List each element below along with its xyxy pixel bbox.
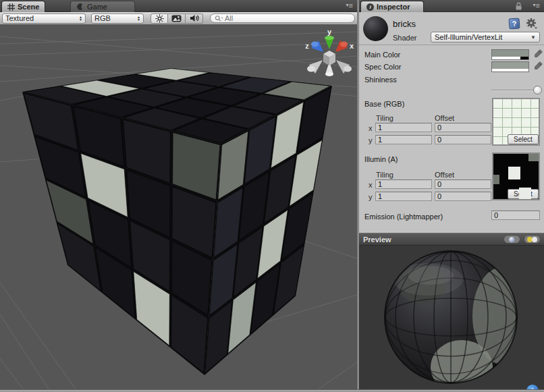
svg-text:x: x <box>350 42 354 50</box>
sphere-icon <box>509 237 515 243</box>
tab-game[interactable]: Game <box>70 1 135 12</box>
emission-label: Emission (Lightmapper) <box>364 213 443 221</box>
shininess-label: Shininess <box>364 76 397 84</box>
illumin-offset-x-input[interactable] <box>435 179 491 189</box>
illumin-offset-label: Offset <box>435 171 454 179</box>
unity-editor-window: Scene Game ▾≡ Textured ▲▼ RGB ▲▼ <box>0 0 544 392</box>
illumin-x-label: x <box>369 181 373 189</box>
help-icon[interactable]: ? <box>508 18 520 29</box>
popup-arrows-icon: ▲▼ <box>137 16 140 21</box>
shader-label: Shader <box>393 34 416 42</box>
preview-header[interactable]: Preview <box>359 233 544 246</box>
base-texture-thumbnail[interactable]: Select <box>492 98 540 146</box>
base-offset-label: Offset <box>435 114 454 122</box>
separator <box>359 45 544 45</box>
spec-color-alpha-bar <box>492 69 528 72</box>
preview-area[interactable]: + <box>359 246 544 392</box>
shininess-slider-track[interactable] <box>491 90 540 91</box>
main-color-label: Main Color <box>364 51 400 59</box>
preview-sphere <box>359 246 544 392</box>
search-field[interactable] <box>210 13 355 23</box>
scene-tabbar: Scene Game ▾≡ <box>0 0 357 12</box>
base-offset-y-input[interactable] <box>435 135 491 144</box>
main-color-alpha-bar <box>492 57 528 59</box>
lock-icon[interactable] <box>515 2 522 10</box>
gear-icon[interactable] <box>526 18 538 30</box>
base-y-label: y <box>369 136 373 144</box>
window-bottom-edge <box>0 389 544 392</box>
base-select-button[interactable]: Select <box>508 134 539 144</box>
material-preview-thumb <box>363 16 388 41</box>
info-icon: i <box>366 3 374 11</box>
search-input[interactable] <box>225 14 350 22</box>
view-toggle-group <box>151 13 203 24</box>
inspector-panel: i Inspector ▾≡ bricks Shader Self-Illumi… <box>359 0 544 389</box>
lighting-toggle-button[interactable] <box>151 13 168 24</box>
tab-game-label: Game <box>87 3 107 11</box>
illumin-texture-square <box>528 154 539 161</box>
base-section-label: Base (RGB) <box>364 100 404 108</box>
scene-panel-menu-icon[interactable]: ▾≡ <box>346 1 353 9</box>
tab-scene[interactable]: Scene <box>1 1 45 12</box>
audio-toggle-button[interactable] <box>186 13 203 24</box>
illumin-y-label: y <box>369 193 373 201</box>
inspector-panel-menu-icon[interactable]: ▾≡ <box>533 1 540 9</box>
spec-color-swatch[interactable] <box>491 61 529 72</box>
tab-inspector-label: Inspector <box>377 3 410 11</box>
draw-mode-label: Textured <box>5 14 75 22</box>
preview-shape-button[interactable] <box>504 235 520 244</box>
spec-color-label: Spec Color <box>364 63 401 71</box>
unity-game-icon <box>76 3 84 11</box>
illumin-texture-thumbnail[interactable]: Select <box>492 152 540 200</box>
sun-icon <box>155 14 164 23</box>
scene-toolbar: Textured ▲▼ RGB ▲▼ <box>0 12 357 25</box>
grid-icon <box>7 3 15 11</box>
popup-arrows-icon: ▲▼ <box>79 16 82 21</box>
game-overlay-toggle-button[interactable] <box>168 13 186 24</box>
emission-input[interactable] <box>491 211 540 220</box>
inspector-body: bricks Shader Self-Illumin/VertexLit ▼ ? <box>359 12 544 389</box>
preview-lighting-button[interactable] <box>524 235 541 244</box>
chevron-down-icon: ▼ <box>531 34 536 40</box>
eyedropper-icon[interactable] <box>533 61 543 71</box>
draw-mode-dropdown[interactable]: Textured ▲▼ <box>2 13 86 24</box>
illumin-texture-square <box>493 175 499 184</box>
scene-panel: Scene Game ▾≡ Textured ▲▼ RGB ▲▼ <box>0 0 357 389</box>
illumin-tiling-y-input[interactable] <box>375 192 432 201</box>
tab-scene-label: Scene <box>18 3 39 11</box>
color-mode-dropdown[interactable]: RGB ▲▼ <box>91 13 144 24</box>
image-icon <box>171 15 182 22</box>
illumin-texture-square <box>508 167 520 179</box>
shininess-slider-thumb[interactable] <box>533 86 542 94</box>
svg-text:z: z <box>305 42 309 50</box>
illumin-texture-square <box>519 188 531 200</box>
base-x-label: x <box>369 124 373 132</box>
base-tiling-x-input[interactable] <box>375 123 432 132</box>
material-name: bricks <box>393 19 416 29</box>
inspector-tabbar: i Inspector ▾≡ <box>359 0 544 12</box>
light-off-icon <box>532 237 537 242</box>
shader-dropdown[interactable]: Self-Illumin/VertexLit ▼ <box>431 32 540 43</box>
base-tiling-y-input[interactable] <box>375 135 432 144</box>
illumin-offset-y-input[interactable] <box>435 192 491 201</box>
illumin-tiling-label: Tiling <box>376 171 393 179</box>
color-mode-label: RGB <box>94 14 133 22</box>
shader-value: Self-Illumin/VertexLit <box>435 33 502 41</box>
illumin-tiling-x-input[interactable] <box>375 179 432 189</box>
scene-viewport[interactable]: yxz <box>0 25 357 389</box>
search-icon <box>215 15 223 22</box>
eyedropper-icon[interactable] <box>533 49 543 59</box>
speaker-icon <box>190 14 199 22</box>
base-tiling-label: Tiling <box>376 114 393 122</box>
base-offset-x-input[interactable] <box>435 123 491 132</box>
preview-title: Preview <box>359 235 504 244</box>
svg-text:y: y <box>327 28 332 36</box>
tab-inspector[interactable]: i Inspector <box>360 1 424 12</box>
main-color-swatch[interactable] <box>491 49 529 60</box>
illumin-section-label: Illumin (A) <box>364 155 398 163</box>
